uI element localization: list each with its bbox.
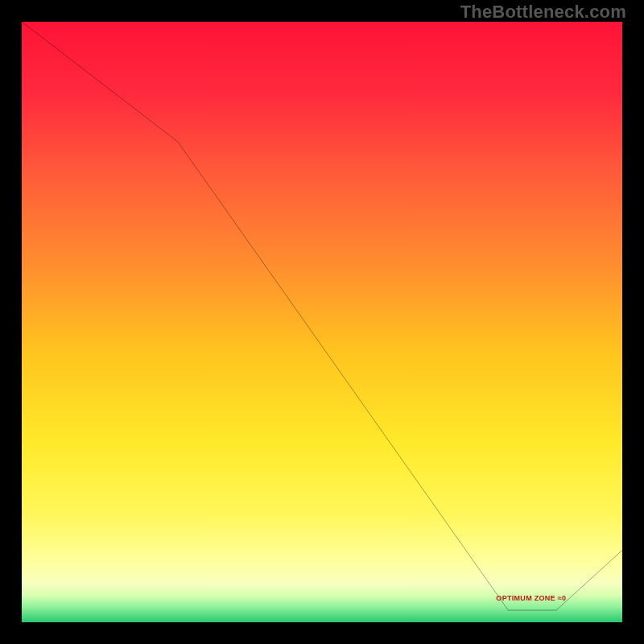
bottleneck-curve-line — [22, 22, 622, 610]
optimum-zone-label: OPTIMUM ZONE ≈0 — [496, 594, 566, 602]
bottleneck-curve — [22, 22, 622, 622]
chart-stage: TheBottleneck.com OPTIMUM ZONE ≈0 — [0, 0, 644, 644]
plot-frame: OPTIMUM ZONE ≈0 — [18, 18, 626, 626]
